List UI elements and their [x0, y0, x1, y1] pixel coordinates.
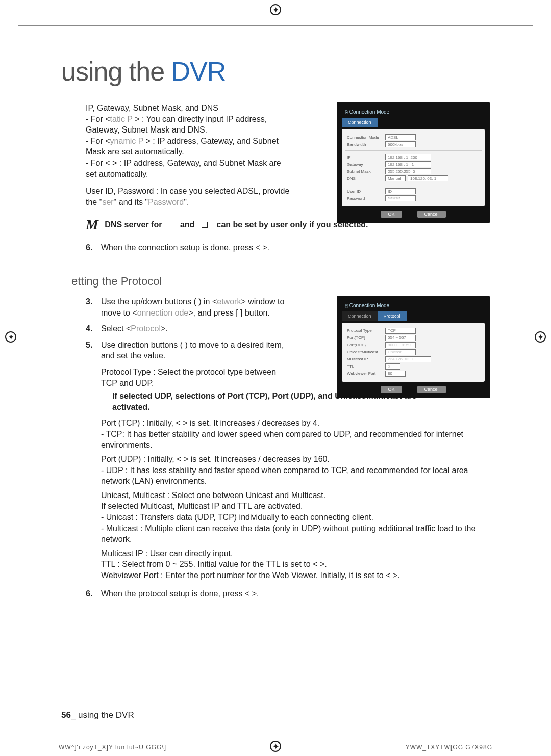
step4-text: Select <Protocol>. — [101, 324, 168, 333]
registration-target-icon: ✦ — [5, 331, 16, 343]
page-footer: 56_ using the DVR — [61, 710, 134, 720]
bullet-adsl: - For < > : IP address, Gateway, and Sub… — [86, 158, 290, 179]
value-unicast-multicast[interactable]: Unicast — [385, 349, 416, 355]
label-unicast-multicast: Unicast/Multicast — [347, 350, 385, 354]
bullet-dynamic-ip: - For <ynamic P > : IP address, Gateway,… — [86, 136, 290, 158]
intro-line: IP, Gateway, Subnet Mask, and DNS — [86, 102, 290, 114]
tab-connection[interactable]: Connection — [342, 118, 378, 127]
label-webviewer-port: Webviewer Port — [347, 371, 385, 376]
dialog-title: ⎘ Connection Mode — [342, 301, 485, 311]
step6-protocol: When the protocol setup is done, press <… — [101, 589, 259, 598]
slug-right: YWW_TXYTW[GG G7X98G — [406, 744, 492, 751]
step-number: 4. — [86, 323, 92, 334]
webviewer-port-line: Webviewer Port : Enter the port number f… — [101, 570, 490, 581]
label-password: Password — [347, 196, 385, 201]
step-number: 6. — [86, 588, 92, 599]
cancel-button[interactable]: Cancel — [417, 211, 446, 218]
value-dns[interactable]: 168.126. 63. 1 — [408, 175, 448, 181]
port-tcp-line: Port (TCP) : Initially, < > is set. It i… — [101, 418, 490, 429]
value-ttl[interactable]: 5 — [385, 363, 400, 370]
step-number: 6. — [86, 242, 92, 253]
unicast-multicast-line1: Unicast, Multicast : Select one between … — [101, 490, 490, 501]
registration-target-icon: ✦ — [270, 4, 281, 15]
label-ip: IP — [347, 155, 385, 160]
note-icon: M — [86, 217, 98, 232]
screenshot-connection-mode: ⎘ Connection Mode Connection Connection … — [337, 102, 490, 223]
value-password[interactable]: ******** — [385, 195, 416, 201]
step5-text: Use direction buttons ( ) to move to a d… — [101, 341, 284, 360]
tab-protocol[interactable]: Protocol — [378, 311, 407, 321]
step-number: 5. — [86, 340, 92, 351]
heading-suffix: DVR — [171, 57, 226, 86]
value-multicast-ip[interactable]: 224.126. 63. 1 — [385, 356, 431, 362]
value-webviewer-port[interactable]: 80 — [385, 371, 406, 377]
ok-button[interactable]: OK — [381, 211, 402, 218]
ok-button[interactable]: OK — [381, 386, 402, 393]
step6-connection: When the connection setup is done, press… — [101, 243, 269, 252]
registration-target-icon: ✦ — [535, 331, 546, 343]
value-dns-mode[interactable]: Manual — [385, 175, 406, 181]
label-dns: DNS — [347, 176, 385, 181]
page-title: using the DVR — [61, 56, 490, 89]
label-ttl: TTL — [347, 364, 385, 369]
unicast-bullet: - Unicast : Transfers data (UDP, TCP) in… — [101, 512, 490, 523]
label-port-udp: Port(UDP) — [347, 343, 385, 347]
dialog-title: ⎘ Connection Mode — [342, 108, 485, 118]
ttl-line: TTL : Select from 0 ~ 255. Initial value… — [101, 559, 490, 570]
label-subnet-mask: Subnet Mask — [347, 169, 385, 174]
multicast-ip-line: Multicast IP : User can directly input. — [101, 548, 490, 559]
footer-text: _ using the DVR — [71, 710, 134, 720]
multicast-bullet: - Multicast : Multiple client can receiv… — [101, 523, 490, 545]
label-port-tcp: Port(TCP) — [347, 335, 385, 340]
cancel-button[interactable]: Cancel — [417, 386, 446, 393]
bullet-static-ip: - For <tatic P > : You can directly inpu… — [86, 114, 290, 136]
registration-target-icon: ✦ — [270, 741, 281, 752]
step3-text: Use the up/down buttons ( ) in <etwork> … — [101, 297, 284, 317]
label-multicast-ip: Multicast IP — [347, 357, 385, 361]
step-number: 3. — [86, 296, 92, 307]
value-user-id[interactable]: ID — [385, 188, 416, 194]
heading-prefix: using the — [61, 57, 171, 86]
crop-mark — [23, 0, 23, 31]
tcp-sub-bullet: - TCP: It has better stability and lower… — [101, 429, 490, 451]
label-protocol-type: Protocol Type — [347, 328, 385, 333]
crop-mark — [18, 25, 533, 26]
crop-mark — [528, 0, 528, 31]
label-connection-mode: Connection Mode — [347, 135, 385, 140]
value-ip[interactable]: 192.168 . 1 .200 — [385, 154, 431, 160]
screenshot-protocol: ⎘ Connection Mode Connection Protocol Pr… — [337, 296, 490, 398]
value-protocol-type[interactable]: TCP — [385, 328, 416, 334]
label-user-id: User ID — [347, 189, 385, 194]
subheading-protocol: etting the Protocol — [71, 275, 490, 288]
value-bandwidth[interactable]: 600kbps — [385, 141, 416, 147]
user-password-line: User ID, Password : In case you selected… — [86, 186, 290, 207]
label-gateway: Gateway — [347, 162, 385, 167]
value-connection-mode[interactable]: ADSL — [385, 134, 416, 140]
slug-left: WW^]'i zoyT_X]Y lunTul~U GGG\] — [59, 744, 166, 751]
value-port-tcp[interactable]: 554 ~ 557 — [385, 335, 416, 341]
value-port-udp[interactable]: 8000 ~ 8159 — [385, 342, 416, 348]
checkbox-icon — [202, 222, 208, 228]
label-bandwidth: Bandwidth — [347, 142, 385, 147]
page-number: 56 — [61, 710, 71, 720]
udp-sub-bullet: - UDP : It has less stability and faster… — [101, 465, 490, 487]
value-subnet-mask[interactable]: 255.255.255. 0 — [385, 168, 431, 174]
unicast-multicast-line2: If selected Multicast, Multicast IP and … — [101, 501, 490, 512]
value-gateway[interactable]: 192.168 . 1 . 1 — [385, 161, 431, 167]
port-udp-line: Port (UDP) : Initially, < > is set. It i… — [101, 454, 490, 465]
protocol-type-line: Protocol Type : Select the protocol type… — [101, 367, 290, 388]
tab-connection[interactable]: Connection — [342, 311, 378, 321]
